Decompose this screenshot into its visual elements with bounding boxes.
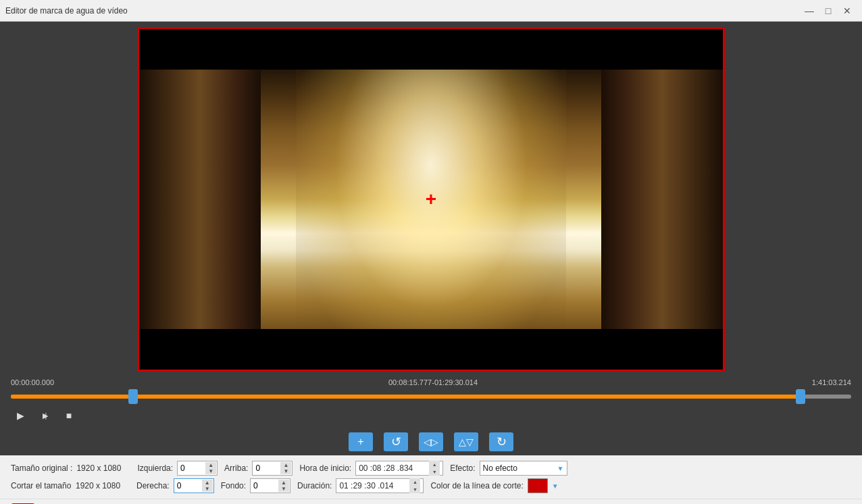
pillar-left bbox=[139, 29, 261, 370]
playback-controls: ▶ ▶| ■ bbox=[11, 407, 851, 426]
timeline-area: 00:00:00.000 00:08:15.777-01:29:30.014 1… bbox=[0, 374, 862, 428]
time-labels: 00:00:00.000 00:08:15.777-01:29:30.014 1… bbox=[11, 378, 851, 386]
start-time-up[interactable]: ▲ bbox=[429, 461, 440, 468]
duration-group: Duración: 01 :29 :30 .014 ▲ ▼ bbox=[297, 478, 424, 493]
add-button[interactable]: + bbox=[349, 432, 373, 451]
right-group: Derecha: ▲ ▼ bbox=[136, 478, 214, 493]
cut-size-group: Cortar el tamaño 1920 x 1080 bbox=[11, 481, 130, 490]
top-spin-down[interactable]: ▼ bbox=[280, 468, 291, 474]
left-spin-down[interactable]: ▼ bbox=[205, 468, 216, 474]
reset-button[interactable]: ↻ bbox=[489, 432, 513, 451]
flip-vertical-button[interactable]: △▽ bbox=[454, 432, 478, 451]
time-middle: 00:08:15.777-01:29:30.014 bbox=[388, 378, 478, 386]
effect-value: No efecto bbox=[483, 463, 517, 473]
cut-size-value: 1920 x 1080 bbox=[76, 481, 130, 490]
duration-label: Duración: bbox=[297, 481, 332, 490]
form-area: Tamaño original : 1920 x 1080 Izquierda:… bbox=[0, 455, 862, 499]
tool-buttons: + ↺ ◁▷ △▽ ↻ bbox=[0, 428, 862, 455]
maximize-button[interactable]: □ bbox=[819, 1, 838, 20]
right-input-wrapper: ▲ ▼ bbox=[174, 478, 214, 493]
duration-up[interactable]: ▲ bbox=[409, 478, 420, 486]
bottom-spin-arrows: ▲ ▼ bbox=[278, 480, 289, 492]
top-input-wrapper: ▲ ▼ bbox=[252, 461, 293, 476]
thumb-left[interactable] bbox=[128, 389, 138, 404]
right-spin-up[interactable]: ▲ bbox=[202, 480, 213, 486]
play2-button[interactable]: ▶| bbox=[35, 408, 54, 423]
color-dropdown-arrow[interactable]: ▼ bbox=[552, 482, 559, 490]
bottom-label: Fondo: bbox=[221, 481, 246, 490]
left-spin-up[interactable]: ▲ bbox=[205, 462, 216, 468]
bottom-row: RENEE Laboratory OK Cancelar bbox=[0, 499, 862, 504]
title-bar: Editor de marca de agua de vídeo — □ ✕ bbox=[0, 0, 862, 22]
start-time-value: 00 :08 :28 .834 bbox=[359, 463, 429, 473]
right-spin-down[interactable]: ▼ bbox=[202, 486, 213, 492]
minimize-button[interactable]: — bbox=[800, 1, 819, 20]
letterbox-top bbox=[139, 29, 723, 70]
right-label: Derecha: bbox=[136, 481, 170, 490]
timeline-track[interactable] bbox=[11, 389, 851, 404]
time-end: 1:41:03.214 bbox=[812, 378, 851, 386]
thumb-right[interactable] bbox=[796, 389, 805, 404]
effect-label: Efecto: bbox=[450, 463, 475, 473]
flip-horizontal-button[interactable]: ◁▷ bbox=[419, 432, 443, 451]
window-title: Editor de marca de agua de vídeo bbox=[5, 6, 800, 16]
bottom-input-wrapper: ▲ ▼ bbox=[250, 478, 290, 493]
form-row2: Cortar el tamaño 1920 x 1080 Derecha: ▲ … bbox=[11, 478, 851, 493]
left-label: Izquierda: bbox=[137, 463, 173, 473]
video-area: + bbox=[0, 22, 862, 374]
track-selected-range bbox=[145, 395, 801, 399]
start-time-input[interactable]: 00 :08 :28 .834 ▲ ▼ bbox=[355, 461, 443, 476]
cut-line-color-group: Color de la línea de corte: ▼ bbox=[430, 478, 558, 493]
left-spin-arrows: ▲ ▼ bbox=[205, 462, 216, 474]
top-spin-up[interactable]: ▲ bbox=[280, 462, 291, 468]
letterbox-bottom bbox=[139, 329, 723, 370]
track-progress bbox=[11, 395, 145, 399]
bottom-spin-down[interactable]: ▼ bbox=[278, 486, 289, 492]
color-swatch[interactable] bbox=[528, 478, 548, 493]
original-size-label: Tamaño original : bbox=[11, 463, 72, 473]
effect-dropdown-arrow: ▼ bbox=[557, 465, 564, 472]
duration-input[interactable]: 01 :29 :30 .014 ▲ ▼ bbox=[336, 478, 424, 493]
play-button[interactable]: ▶ bbox=[11, 408, 30, 423]
effect-select[interactable]: No efecto ▼ bbox=[480, 461, 567, 476]
original-size-group: Tamaño original : 1920 x 1080 bbox=[11, 463, 130, 473]
right-spin-arrows: ▲ ▼ bbox=[202, 480, 213, 492]
start-time-down[interactable]: ▼ bbox=[429, 468, 440, 476]
close-button[interactable]: ✕ bbox=[838, 1, 857, 20]
left-group: Izquierda: ▲ ▼ bbox=[137, 461, 218, 476]
duration-value: 01 :29 :30 .014 bbox=[339, 481, 409, 490]
main-area: + 00:00:00.000 00:08:15.777-01:29:30.014… bbox=[0, 22, 862, 504]
top-group: Arriba: ▲ ▼ bbox=[224, 461, 293, 476]
cut-size-label: Cortar el tamaño bbox=[11, 481, 72, 490]
rotate-button[interactable]: ↺ bbox=[384, 432, 408, 451]
left-input-wrapper: ▲ ▼ bbox=[177, 461, 218, 476]
top-spin-arrows: ▲ ▼ bbox=[280, 462, 291, 474]
crosshair: + bbox=[426, 190, 436, 209]
start-time-arrows: ▲ ▼ bbox=[429, 461, 440, 476]
bottom-spin-up[interactable]: ▲ bbox=[278, 480, 289, 486]
top-label: Arriba: bbox=[224, 463, 248, 473]
stop-button[interactable]: ■ bbox=[59, 408, 78, 423]
cut-line-color-label: Color de la línea de corte: bbox=[430, 481, 523, 490]
pillar-right bbox=[601, 29, 723, 370]
bottom-group: Fondo: ▲ ▼ bbox=[221, 478, 290, 493]
time-start: 00:00:00.000 bbox=[11, 378, 54, 386]
duration-arrows: ▲ ▼ bbox=[409, 478, 420, 493]
start-time-group: Hora de inicio: 00 :08 :28 .834 ▲ ▼ bbox=[299, 461, 443, 476]
form-row1: Tamaño original : 1920 x 1080 Izquierda:… bbox=[11, 461, 851, 476]
start-time-label: Hora de inicio: bbox=[299, 463, 351, 473]
effect-group: Efecto: No efecto ▼ bbox=[450, 461, 567, 476]
video-frame[interactable]: + bbox=[137, 27, 725, 372]
original-size-value: 1920 x 1080 bbox=[76, 463, 130, 473]
duration-down[interactable]: ▼ bbox=[409, 486, 420, 493]
